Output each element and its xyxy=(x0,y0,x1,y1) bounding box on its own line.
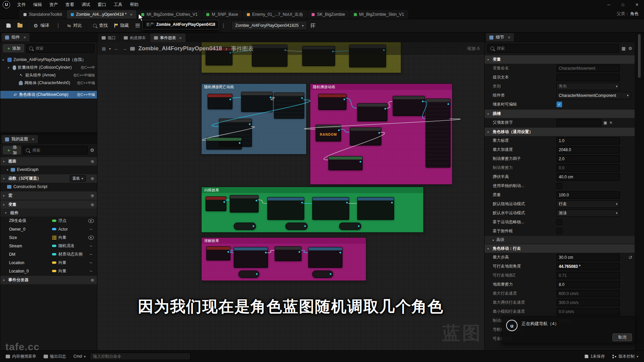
menu-item[interactable]: 文件 xyxy=(13,0,30,9)
compile-button[interactable]: ⚙编译 xyxy=(31,20,52,31)
cpp-edit-link[interactable]: 在C++中编 xyxy=(77,80,95,85)
display-options-icon[interactable]: ▦ xyxy=(622,46,626,51)
property-value-field[interactable]: 1.0 ▾ xyxy=(556,137,620,144)
graph-node[interactable] xyxy=(238,270,259,278)
menu-item[interactable]: 窗口 xyxy=(94,0,110,9)
property-value-field[interactable]: 40.0 cm ▾ xyxy=(556,173,620,181)
graph-node[interactable] xyxy=(208,94,232,109)
graph-node[interactable] xyxy=(318,94,346,110)
add-dispatcher-button[interactable]: ⊕ xyxy=(91,278,94,283)
section-socket[interactable]: ▾ 插槽 xyxy=(485,110,635,118)
add-function-button[interactable]: ⊕ xyxy=(91,176,94,181)
expander-icon[interactable]: ▾ xyxy=(487,247,491,250)
cmd-dropdown[interactable]: Cmd ▾ xyxy=(70,351,89,362)
comment-box[interactable]: 随机播放动画 RANDOM xyxy=(310,83,452,185)
graph-node[interactable] xyxy=(274,93,304,119)
graph-node[interactable] xyxy=(206,137,242,149)
property-value-field[interactable]: 2.0 ▾ xyxy=(556,155,620,163)
comment-title[interactable]: 随机播放动画 xyxy=(310,84,452,90)
browse-button[interactable] xyxy=(14,20,25,31)
console-input[interactable] xyxy=(90,353,191,360)
comment-title[interactable]: 溶解效果 xyxy=(202,238,366,244)
graph-node[interactable] xyxy=(234,223,256,230)
component-tree-row[interactable]: 箭头组件 (Arrow) 在C++中编辑 xyxy=(0,71,97,79)
expander-icon[interactable]: ▾ xyxy=(5,211,8,215)
property-value-field[interactable]: 游泳 ▾ xyxy=(556,209,620,217)
expander-icon[interactable]: ▾ xyxy=(8,66,11,69)
close-icon[interactable]: × xyxy=(130,12,132,17)
add-blueprint-item-button[interactable]: ＋ 添加 xyxy=(3,146,21,154)
hide-unrelated-button[interactable]: 隐藏 xyxy=(111,20,132,31)
graph-node[interactable]: RANDOM xyxy=(316,125,341,141)
find-button[interactable]: 查找 xyxy=(90,20,111,31)
overload-dropdown[interactable]: 重载 ▾ xyxy=(70,175,86,182)
components-panel-tab[interactable]: 组件 × xyxy=(2,33,30,42)
property-value-field[interactable]: 100.0 ▾ xyxy=(556,191,620,199)
gear-icon[interactable]: ⚙ xyxy=(90,147,94,153)
close-icon[interactable]: × xyxy=(508,35,511,40)
section-graphs[interactable]: ▾ 图表 ⊕ xyxy=(0,157,97,166)
output-log-button[interactable]: 输出日志 xyxy=(41,351,69,362)
expander-icon[interactable]: ▾ xyxy=(487,112,491,116)
parent-class-value[interactable]: 角色 xyxy=(630,11,639,17)
property-value-field[interactable]: 行走 ▾ xyxy=(556,200,620,208)
section-variable[interactable]: ▾ 变量 xyxy=(485,55,635,64)
graph-node[interactable] xyxy=(241,92,273,112)
property-value-field[interactable]: 0.71 ▾ xyxy=(556,272,620,279)
graph-tab[interactable]: 视口 × xyxy=(98,34,119,42)
play-options-button[interactable]: ⋮ xyxy=(218,20,229,31)
graph-node[interactable] xyxy=(234,247,268,268)
component-tree-row[interactable]: 网格体 (CharacterMesh0) 在C++中编 xyxy=(0,79,97,87)
add-component-button[interactable]: ＋ 添加 xyxy=(3,44,24,52)
menu-item[interactable]: 工具 xyxy=(110,0,126,9)
property-value-field[interactable]: 0.0 cm/s ▾ xyxy=(556,308,620,315)
graph-node[interactable] xyxy=(312,270,333,278)
variable-row[interactable]: Size 向量 xyxy=(0,233,97,242)
property-checkbox[interactable]: ✓ xyxy=(556,228,562,234)
visibility-eye-icon[interactable] xyxy=(88,260,94,265)
visibility-eye-icon[interactable] xyxy=(88,252,94,257)
graph-tab[interactable]: 构造脚本 × xyxy=(120,34,150,42)
component-tree-row[interactable]: 角色移动 (CharMoveComp) 在C++中编 xyxy=(0,91,97,99)
graph-node[interactable] xyxy=(312,197,349,220)
close-icon[interactable]: × xyxy=(23,35,26,40)
section-movement-walking[interactable]: ▾ 角色移动：行走 xyxy=(485,244,635,253)
asset-tab[interactable]: Enemy_01_...7_NoUI_出击 × xyxy=(243,10,307,19)
graph-node[interactable] xyxy=(357,197,394,220)
reset-to-default-icon[interactable]: ↺ xyxy=(628,255,632,260)
diff-button[interactable]: ⇆对比 xyxy=(64,20,85,31)
maximize-button[interactable]: □ xyxy=(616,2,630,7)
asset-tab[interactable]: StandaloneToolkit × xyxy=(19,10,66,19)
advanced-expander[interactable]: ▸ 高级 xyxy=(485,236,635,244)
property-value-field[interactable]: CharacterMovement ▾ xyxy=(556,65,620,72)
expander-icon[interactable]: ▾ xyxy=(3,203,6,206)
section-macros[interactable]: ▾ 宏 ⊕ xyxy=(0,191,97,200)
visibility-eye-icon[interactable] xyxy=(88,219,94,223)
add-variable-button[interactable]: ⊕ xyxy=(91,202,94,207)
visibility-eye-icon[interactable] xyxy=(88,243,94,249)
menu-item[interactable]: 查看 xyxy=(62,0,78,9)
variable-row[interactable]: Location 向量 xyxy=(0,258,97,267)
asset-tab[interactable]: Zombie_AI4...yOpen0418 * × xyxy=(67,10,137,19)
property-value-field[interactable]: ▾ xyxy=(556,74,620,81)
menu-item[interactable]: 资产 xyxy=(46,0,62,9)
comment-title[interactable]: 闪烁效果 xyxy=(202,187,423,193)
section-event-dispatchers[interactable]: ▾ 事件分发器 ⊕ xyxy=(0,276,97,284)
add-graph-button[interactable]: ⊕ xyxy=(91,159,94,164)
unsaved-button[interactable]: 1未保存 xyxy=(582,351,608,362)
graph-node[interactable] xyxy=(285,223,308,230)
visibility-eye-icon[interactable] xyxy=(88,268,94,274)
property-value-field[interactable]: CharacterMovementComponent ▾ xyxy=(556,92,631,99)
details-scrollbar-track[interactable] xyxy=(635,32,644,351)
close-icon[interactable]: × xyxy=(179,36,182,41)
minimize-button[interactable]: ─ xyxy=(602,2,616,7)
asset-tab[interactable]: SK_BigZombie × xyxy=(308,10,349,19)
property-value-field[interactable]: 600.0 cm/s ▾ xyxy=(556,290,620,297)
scrollbar-thumb[interactable] xyxy=(638,34,641,78)
cancel-build-button[interactable]: 取消 xyxy=(612,334,632,341)
construction-script-row[interactable]: Construction Script xyxy=(0,183,97,191)
property-value-field[interactable]: 30.0 cm ▾ xyxy=(556,254,620,261)
graph-node[interactable] xyxy=(206,246,230,260)
back-icon[interactable]: ← xyxy=(114,46,119,51)
property-value-field[interactable]: 2048.0 ▾ xyxy=(556,146,620,154)
